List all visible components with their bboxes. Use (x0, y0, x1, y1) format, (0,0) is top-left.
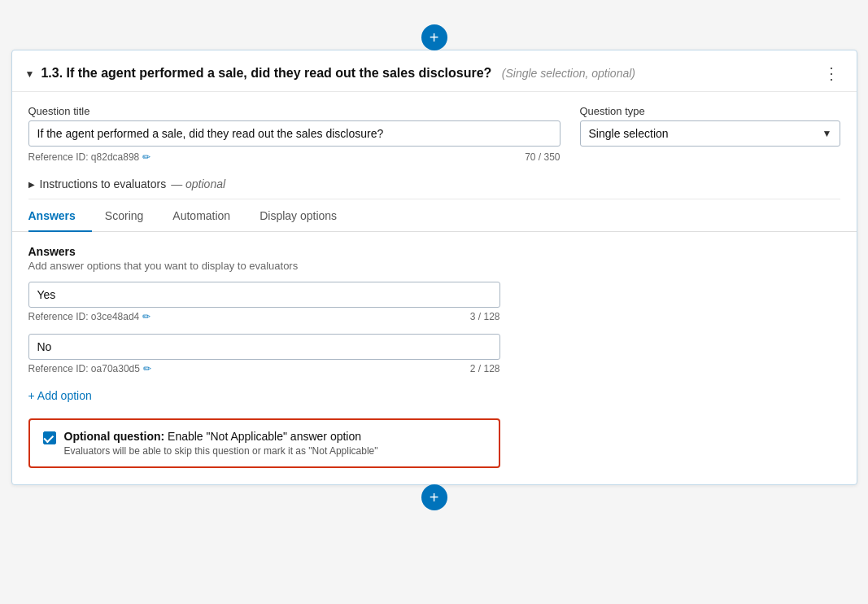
answer-edit-icon-1[interactable]: ✏ (143, 363, 151, 374)
optional-question-text-block: Optional question: Enable "Not Applicabl… (64, 430, 378, 457)
answer-input-1[interactable] (28, 334, 500, 360)
collapse-chevron-icon[interactable]: ▼ (25, 68, 35, 80)
page-wrapper: + ▼ 1.3. If the agent performed a sale, … (11, 16, 857, 604)
answer-ref-row-1: Reference ID: oa70a30d5 ✏ 2 / 128 (28, 363, 500, 374)
answers-section-title: Answers (28, 245, 840, 258)
optional-question-main-text: Optional question: Enable "Not Applicabl… (64, 430, 378, 443)
add-section-bottom-button[interactable]: + (421, 484, 447, 510)
tabs-row: Answers Scoring Automation Display optio… (12, 199, 857, 232)
optional-question-rest-label: Enable "Not Applicable" answer option (164, 430, 361, 443)
question-type-select-wrapper: Single selection Multiple selection Text… (580, 120, 840, 147)
question-title-group: Question title Reference ID: q82dca898 ✏… (28, 105, 560, 163)
ref-id-question: Reference ID: q82dca898 ✏ (28, 151, 151, 163)
answer-char-count-1: 2 / 128 (470, 363, 500, 374)
form-row-top: Question title Reference ID: q82dca898 ✏… (28, 105, 840, 163)
instructions-optional-label: — optional (171, 177, 225, 190)
tab-automation[interactable]: Automation (172, 199, 246, 232)
add-option-label: + Add option (28, 389, 92, 402)
plus-icon-bottom: + (430, 488, 439, 507)
more-options-icon[interactable]: ⋮ (823, 63, 840, 83)
card-header: ▼ 1.3. If the agent performed a sale, di… (12, 50, 857, 92)
char-count-question: 70 / 350 (525, 151, 560, 163)
question-title-input[interactable] (28, 120, 560, 147)
answers-section: Answers Add answer options that you want… (28, 232, 840, 468)
answer-ref-id-1: Reference ID: oa70a30d5 ✏ (28, 363, 151, 374)
edit-ref-id-icon[interactable]: ✏ (142, 151, 150, 163)
add-section-top-button[interactable]: + (421, 24, 447, 50)
tab-answers[interactable]: Answers (28, 199, 92, 232)
answer-ref-id-0: Reference ID: o3ce48ad4 ✏ (28, 311, 151, 322)
tab-display-options[interactable]: Display options (260, 199, 353, 232)
question-header-text: 1.3. If the agent performed a sale, did … (41, 66, 635, 81)
card-header-left: ▼ 1.3. If the agent performed a sale, di… (25, 66, 636, 81)
answer-ref-row-0: Reference ID: o3ce48ad4 ✏ 3 / 128 (28, 311, 500, 322)
question-type-label: Question type (580, 105, 840, 117)
plus-icon-top: + (430, 24, 439, 50)
answer-item-0 (28, 282, 840, 308)
optional-question-sub-text: Evaluators will be able to skip this que… (64, 445, 378, 457)
question-text-header: If the agent performed a sale, did they … (67, 66, 492, 80)
answer-item-1 (28, 334, 840, 360)
instructions-label: Instructions to evaluators (40, 177, 167, 190)
instructions-chevron-icon: ▶ (28, 180, 35, 189)
question-number: 1.3. (41, 66, 63, 80)
answer-char-count-0: 3 / 128 (470, 311, 500, 322)
ref-row-question: Reference ID: q82dca898 ✏ 70 / 350 (28, 151, 560, 163)
question-title-label: Question title (28, 105, 560, 117)
optional-question-box: Optional question: Enable "Not Applicabl… (28, 418, 500, 468)
question-type-group: Question type Single selection Multiple … (580, 105, 840, 163)
question-card: ▼ 1.3. If the agent performed a sale, di… (11, 50, 857, 485)
add-option-button[interactable]: + Add option (28, 386, 92, 405)
answers-section-subtitle: Add answer options that you want to disp… (28, 260, 840, 272)
optional-label: (Single selection, optional) (502, 67, 635, 80)
answer-edit-icon-0[interactable]: ✏ (142, 311, 150, 322)
instructions-toggle[interactable]: ▶ Instructions to evaluators — optional (28, 173, 840, 199)
card-body: Question title Reference ID: q82dca898 ✏… (12, 92, 857, 484)
answer-input-0[interactable] (28, 282, 500, 308)
question-type-select[interactable]: Single selection Multiple selection Text… (580, 120, 840, 147)
optional-question-checkbox[interactable] (43, 431, 56, 444)
optional-question-bold-label: Optional question: (64, 430, 165, 443)
tab-scoring[interactable]: Scoring (105, 199, 159, 232)
